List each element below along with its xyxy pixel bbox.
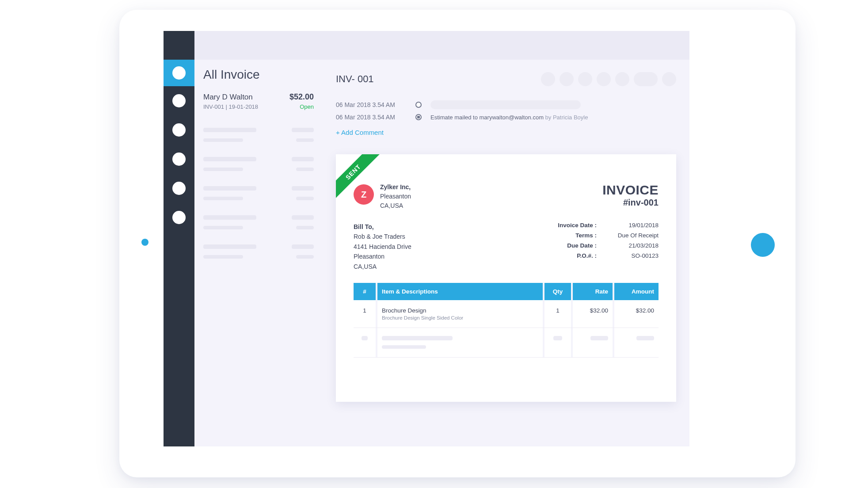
status-ribbon: SENT	[336, 154, 386, 205]
action-button[interactable]	[560, 72, 574, 86]
rail-icon	[172, 182, 186, 195]
action-button[interactable]	[615, 72, 629, 86]
rail-icon	[172, 123, 186, 137]
timeline-placeholder	[430, 100, 581, 109]
invoice-list-panel: All Invoice Mary D Walton $52.00 INV-001…	[194, 60, 323, 446]
app-screen: All Invoice Mary D Walton $52.00 INV-001…	[164, 31, 689, 446]
billto-name: Rob & Joe Traders	[354, 232, 411, 241]
invoice-detail-title: INV- 001	[336, 73, 374, 85]
invoice-amount: $52.00	[289, 92, 314, 102]
timeline-text: Estimate mailed to marywalton@walton.com…	[430, 114, 588, 121]
list-title: All Invoice	[203, 68, 314, 82]
col-rate: Rate	[573, 283, 613, 300]
rail-icon	[172, 66, 186, 80]
col-item: Item & Descriptions	[377, 283, 543, 300]
rail-item[interactable]	[164, 203, 194, 232]
rail-item[interactable]	[164, 174, 194, 203]
col-qty: Qty	[544, 283, 571, 300]
timeline-dot-icon	[415, 114, 422, 120]
item-desc: Brochure Design Single Sided Color	[382, 315, 538, 320]
top-bar	[194, 31, 689, 60]
timeline-dot-icon	[415, 102, 422, 108]
rail-icon	[172, 152, 186, 166]
rail-item[interactable]	[164, 115, 194, 145]
table-row-skeleton	[354, 328, 659, 357]
action-buttons	[541, 72, 676, 86]
line-items-table: # Item & Descriptions Qty Rate Amount 1	[354, 283, 659, 358]
invoice-detail-panel: INV- 001 06 Mar 2018 3.54 AM 06 Mar 2018…	[323, 60, 689, 446]
item-name: Brochure Design	[382, 307, 426, 314]
rail-item[interactable]	[164, 145, 194, 174]
rail-icon	[172, 94, 186, 107]
customer-name: Mary D Walton	[203, 93, 253, 102]
invoice-list-item[interactable]: Mary D Walton $52.00 INV-001 | 19-01-201…	[203, 90, 314, 115]
billto-region: CA,USA	[354, 262, 411, 271]
camera-dot	[141, 239, 148, 246]
action-button[interactable]	[662, 72, 676, 86]
invoice-heading: INVOICE #inv-001	[602, 183, 659, 210]
invoice-status: Open	[300, 103, 314, 110]
activity-timeline: 06 Mar 2018 3.54 AM 06 Mar 2018 3.54 AM …	[336, 96, 676, 145]
billto-city: Pleasanton	[354, 252, 411, 261]
invoice-ref-date: INV-001 | 19-01-2018	[203, 103, 258, 110]
rail-icon	[172, 211, 186, 224]
home-button[interactable]	[751, 233, 775, 257]
action-button[interactable]	[597, 72, 611, 86]
action-button[interactable]	[634, 72, 658, 86]
add-comment-button[interactable]: + Add Comment	[336, 129, 384, 136]
timeline-time: 06 Mar 2018 3.54 AM	[336, 114, 407, 121]
rail-logo-area	[164, 31, 194, 60]
col-num: #	[354, 283, 376, 300]
skeleton-list	[203, 128, 314, 259]
col-amount: Amount	[614, 283, 659, 300]
timeline-entry: 06 Mar 2018 3.54 AM Estimate mailed to m…	[336, 114, 676, 121]
table-row: 1 Brochure DesignBrochure Design Single …	[354, 300, 659, 328]
sidebar-rail	[164, 31, 194, 446]
timeline-time: 06 Mar 2018 3.54 AM	[336, 101, 407, 108]
billto-street: 4141 Hacienda Drive	[354, 242, 411, 252]
action-button[interactable]	[541, 72, 555, 86]
rail-item-active[interactable]	[164, 60, 194, 86]
invoice-meta: Invoice Date :19/01/2018 Terms :Due Of R…	[548, 222, 659, 271]
invoice-document: SENT Z Zylker Inc, Pleasanton CA,USA INV…	[336, 154, 676, 402]
rail-item[interactable]	[164, 86, 194, 115]
timeline-entry: 06 Mar 2018 3.54 AM	[336, 100, 676, 109]
bill-to-block: Bill To, Rob & Joe Traders 4141 Hacienda…	[354, 222, 411, 271]
action-button[interactable]	[578, 72, 592, 86]
